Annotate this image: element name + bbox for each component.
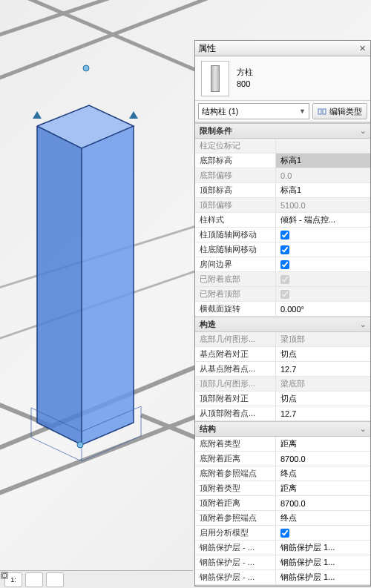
property-row[interactable]: 柱顶随轴网移动: [195, 228, 370, 242]
property-row: 底部偏移0.0: [195, 168, 370, 183]
chevron-icon: ⌄: [360, 127, 366, 135]
property-value[interactable]: [276, 228, 370, 242]
property-value[interactable]: 0.000°: [276, 302, 370, 316]
property-value[interactable]: 12.7: [276, 406, 370, 420]
property-label: 启用分析模型: [195, 526, 276, 540]
property-value: [276, 139, 370, 153]
property-row[interactable]: 顶附着参照端点终点: [195, 511, 370, 526]
svg-point-14: [83, 65, 89, 71]
edit-type-button[interactable]: 编辑类型: [312, 103, 367, 119]
group-header[interactable]: 构造⌄: [195, 317, 370, 332]
property-row: 柱定位标记: [195, 139, 370, 153]
property-value[interactable]: [276, 526, 370, 540]
property-label: 底附着距离: [195, 452, 276, 466]
selection-filter-combo[interactable]: 结构柱 (1) ▼: [198, 103, 309, 119]
property-row[interactable]: 顶附着距离8700.0: [195, 496, 370, 511]
chevron-icon: ⌄: [360, 320, 366, 328]
property-label: 底附着类型: [195, 437, 276, 451]
property-value[interactable]: 标高1: [276, 153, 370, 168]
svg-point-19: [2, 573, 7, 578]
property-value: 梁顶部: [276, 332, 370, 346]
property-row[interactable]: 横截面旋转0.000°: [195, 302, 370, 317]
property-row[interactable]: 底附着距离8700.0: [195, 452, 370, 466]
property-value: [276, 287, 370, 301]
selection-filter-row: 结构柱 (1) ▼ 编辑类型: [195, 101, 370, 122]
property-row[interactable]: 基点附着对正切点: [195, 347, 370, 362]
property-value[interactable]: [276, 257, 370, 271]
property-checkbox: [280, 290, 289, 299]
property-value[interactable]: 8700.0: [276, 496, 370, 510]
property-row[interactable]: 钢筋保护层 - ...钢筋保护层 1...: [195, 570, 370, 585]
property-value[interactable]: [276, 242, 370, 257]
panel-title-text: 属性: [198, 42, 357, 55]
svg-line-0: [0, 0, 193, 44]
property-label: 从顶部附着点...: [195, 406, 276, 420]
property-value: 5100.0: [276, 198, 370, 212]
property-label: 顶附着参照端点: [195, 511, 276, 525]
property-row[interactable]: 底部标高标高1: [195, 153, 370, 168]
property-value[interactable]: 12.7: [276, 362, 370, 376]
property-checkbox[interactable]: [280, 231, 289, 240]
property-grid[interactable]: 限制条件⌄柱定位标记底部标高标高1底部偏移0.0顶部标高标高1顶部偏移5100.…: [195, 122, 370, 586]
property-label: 柱样式: [195, 213, 276, 227]
close-icon[interactable]: ✕: [357, 43, 367, 53]
edit-type-icon: [318, 107, 326, 116]
property-row[interactable]: 启用分析模型: [195, 526, 370, 541]
property-row[interactable]: 钢筋保护层 - ...钢筋保护层 1...: [195, 541, 370, 555]
property-row[interactable]: 从基点附着点...12.7: [195, 362, 370, 377]
property-label: 顶部几何图形...: [195, 377, 276, 391]
property-value[interactable]: 终点: [276, 511, 370, 525]
property-row[interactable]: 顶部标高标高1: [195, 183, 370, 198]
property-value[interactable]: 钢筋保护层 1...: [276, 541, 370, 555]
property-value[interactable]: 钢筋保护层 1...: [276, 555, 370, 569]
property-value: 0.0: [276, 168, 370, 182]
panel-titlebar[interactable]: 属性 ✕: [195, 41, 370, 56]
property-checkbox[interactable]: [280, 245, 289, 254]
property-row: 顶部几何图形...梁底部: [195, 377, 370, 392]
property-row: 顶部偏移5100.0: [195, 198, 370, 213]
property-value[interactable]: 钢筋保护层 1...: [276, 570, 370, 584]
property-label: 顶部附着对正: [195, 392, 276, 406]
property-label: 柱定位标记: [195, 139, 276, 153]
svg-marker-10: [82, 126, 134, 445]
chevron-icon: ⌄: [360, 425, 366, 433]
property-row[interactable]: 柱样式倾斜 - 端点控...: [195, 213, 370, 228]
selection-filter-text: 结构柱 (1): [202, 106, 239, 117]
property-label: 底部偏移: [195, 168, 276, 182]
edit-type-label: 编辑类型: [329, 106, 362, 117]
property-value[interactable]: 距离: [276, 481, 370, 495]
sun-path-control[interactable]: [46, 572, 64, 587]
property-row[interactable]: 顶附着类型距离: [195, 481, 370, 496]
svg-line-2: [15, 0, 223, 82]
property-checkbox[interactable]: [280, 260, 289, 269]
visual-style-control[interactable]: [25, 572, 43, 587]
property-label: 基点附着对正: [195, 347, 276, 361]
property-row[interactable]: 钢筋保护层 - ...钢筋保护层 1...: [195, 555, 370, 570]
group-header[interactable]: 结构⌄: [195, 421, 370, 437]
family-name: 方柱: [237, 67, 253, 78]
property-value[interactable]: 距离: [276, 437, 370, 451]
property-label: 顶部偏移: [195, 198, 276, 212]
group-header[interactable]: 尺寸标注⌄: [195, 585, 370, 586]
property-value[interactable]: 倾斜 - 端点控...: [276, 213, 370, 227]
property-row[interactable]: 顶部附着对正切点: [195, 392, 370, 406]
property-label: 柱顶随轴网移动: [195, 228, 276, 242]
property-row[interactable]: 底附着参照端点终点: [195, 466, 370, 481]
property-row[interactable]: 房间边界: [195, 257, 370, 272]
property-row: 已附着底部: [195, 272, 370, 287]
property-value[interactable]: 标高1: [276, 183, 370, 197]
property-label: 底部标高: [195, 153, 276, 168]
svg-rect-21: [323, 109, 326, 114]
property-row[interactable]: 底附着类型距离: [195, 437, 370, 452]
property-row[interactable]: 从顶部附着点...12.7: [195, 406, 370, 421]
property-checkbox[interactable]: [280, 529, 289, 538]
property-value[interactable]: 切点: [276, 347, 370, 361]
property-value[interactable]: 8700.0: [276, 452, 370, 466]
group-header[interactable]: 限制条件⌄: [195, 123, 370, 139]
property-value[interactable]: 切点: [276, 392, 370, 406]
property-row[interactable]: 柱底随轴网移动: [195, 242, 370, 257]
svg-line-1: [0, 0, 223, 89]
property-value[interactable]: 终点: [276, 466, 370, 480]
type-selector-header[interactable]: 方柱 800: [195, 56, 370, 101]
type-name: 800: [237, 79, 253, 90]
